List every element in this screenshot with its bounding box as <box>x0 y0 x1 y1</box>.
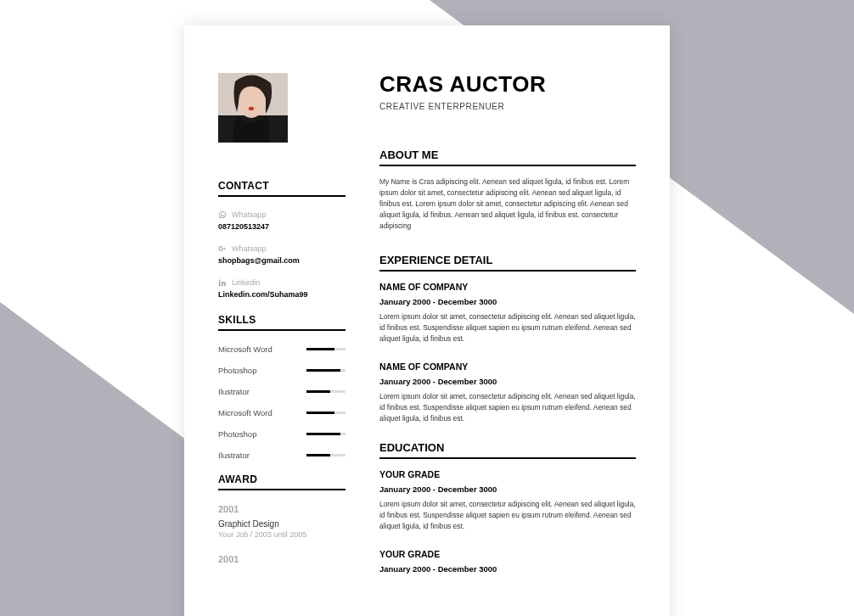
right-column: CRAS AUCTOR CREATIVE ENTERPRENUER ABOUT … <box>379 73 636 616</box>
contact-section: CONTACT Whatsapp 087120513247 <box>218 180 346 299</box>
contact-value: 087120513247 <box>218 222 346 231</box>
divider <box>218 329 346 331</box>
education-item: YOUR GRADE January 2000 - December 3000 <box>379 549 636 574</box>
skill-name: Photoshop <box>218 366 256 375</box>
contact-label-text: Whatsapp <box>232 210 267 219</box>
skill-bar <box>306 454 346 456</box>
contact-label: Whatsapp <box>218 244 346 253</box>
education-grade: YOUR GRADE <box>379 469 636 479</box>
award-year: 2001 <box>218 504 346 514</box>
experience-item: NAME OF COMPANY January 2000 - December … <box>379 282 636 344</box>
linkedin-icon <box>218 278 227 287</box>
education-text: Lorem ipsum dolor sit amet, consectetur … <box>379 499 636 532</box>
award-title: Graphict Design <box>218 519 346 529</box>
divider <box>379 165 636 166</box>
about-text: My Name is Cras adipiscing elit. Aenean … <box>379 176 636 232</box>
skill-name: Microsoft Word <box>218 344 272 354</box>
skill-fill <box>306 433 340 435</box>
experience-text: Lorem ipsum dolor sit amet, consectetur … <box>379 311 636 344</box>
award-year: 2001 <box>218 554 346 564</box>
skills-section: SKILLS Microsoft Word Photoshop Ilustrat… <box>218 314 346 460</box>
contact-item: Linkedin Linkedin.com/Suhama99 <box>218 278 346 299</box>
contact-label: Whatsapp <box>218 210 346 219</box>
skill-fill <box>306 348 334 350</box>
contact-label: Linkedin <box>218 278 346 287</box>
skill-fill <box>306 412 334 414</box>
skill-name: Microsoft Word <box>218 408 272 417</box>
person-role: CREATIVE ENTERPRENUER <box>379 102 636 111</box>
divider <box>218 195 346 197</box>
skill-fill <box>306 390 330 393</box>
skill-row: Microsoft Word <box>218 408 346 417</box>
skill-fill <box>306 454 330 456</box>
skill-bar <box>306 348 346 350</box>
skill-name: Ilustrator <box>218 451 250 460</box>
award-sub: Your Job / 2003 until 2005 <box>218 530 346 539</box>
experience-text: Lorem ipsum dolor sit amet, consectetur … <box>379 391 636 424</box>
skill-bar <box>306 433 346 435</box>
experience-dates: January 2000 - December 3000 <box>379 297 636 306</box>
contact-label-text: Linkedin <box>232 278 261 287</box>
stage: CONTACT Whatsapp 087120513247 <box>0 0 854 616</box>
education-dates: January 2000 - December 3000 <box>379 484 636 494</box>
skill-row: Microsoft Word <box>218 344 346 354</box>
resume-page: CONTACT Whatsapp 087120513247 <box>184 25 670 616</box>
company-name: NAME OF COMPANY <box>379 361 636 372</box>
divider <box>379 457 636 459</box>
education-grade: YOUR GRADE <box>379 549 636 559</box>
skill-bar <box>306 369 346 372</box>
skill-bar <box>306 390 346 393</box>
education-dates: January 2000 - December 3000 <box>379 564 636 574</box>
about-section: ABOUT ME My Name is Cras adipiscing elit… <box>379 148 636 232</box>
skills-heading: SKILLS <box>218 314 346 326</box>
company-name: NAME OF COMPANY <box>379 282 636 292</box>
skills-list: Microsoft Word Photoshop Ilustrator Micr… <box>218 344 346 460</box>
skill-fill <box>306 369 340 372</box>
profile-photo <box>218 73 288 143</box>
left-column: CONTACT Whatsapp 087120513247 <box>218 73 346 616</box>
contact-label-text: Whatsapp <box>232 244 267 253</box>
contact-value: shopbags@gmail.com <box>218 256 346 265</box>
experience-section: EXPERIENCE DETAIL NAME OF COMPANY Januar… <box>379 254 636 424</box>
skill-row: Ilustrator <box>218 387 346 396</box>
contact-item: Whatsapp 087120513247 <box>218 210 346 231</box>
contact-item: Whatsapp shopbags@gmail.com <box>218 244 346 265</box>
award-heading: AWARD <box>218 473 346 485</box>
person-name: CRAS AUCTOR <box>379 73 636 95</box>
divider <box>379 270 636 272</box>
award-item: 2001 <box>218 554 346 564</box>
education-item: YOUR GRADE January 2000 - December 3000 … <box>379 469 636 532</box>
skill-row: Photoshop <box>218 366 346 375</box>
divider <box>218 489 346 490</box>
google-plus-icon <box>218 244 227 253</box>
skill-name: Ilustrator <box>218 387 250 396</box>
skill-row: Photoshop <box>218 429 346 439</box>
award-item: 2001 Graphict Design Your Job / 2003 unt… <box>218 504 346 539</box>
svg-point-3 <box>249 107 254 110</box>
about-heading: ABOUT ME <box>379 148 636 161</box>
skill-row: Ilustrator <box>218 451 346 460</box>
education-heading: EDUCATION <box>379 441 636 454</box>
experience-heading: EXPERIENCE DETAIL <box>379 254 636 266</box>
skill-name: Photoshop <box>218 429 256 439</box>
education-section: EDUCATION YOUR GRADE January 2000 - Dece… <box>379 441 636 574</box>
svg-point-2 <box>239 86 264 118</box>
experience-dates: January 2000 - December 3000 <box>379 377 636 386</box>
skill-bar <box>306 412 346 414</box>
award-section: AWARD 2001 Graphict Design Your Job / 20… <box>218 473 346 564</box>
experience-item: NAME OF COMPANY January 2000 - December … <box>379 361 636 424</box>
contact-heading: CONTACT <box>218 180 346 192</box>
whatsapp-icon <box>218 210 227 219</box>
contact-value: Linkedin.com/Suhama99 <box>218 290 346 299</box>
